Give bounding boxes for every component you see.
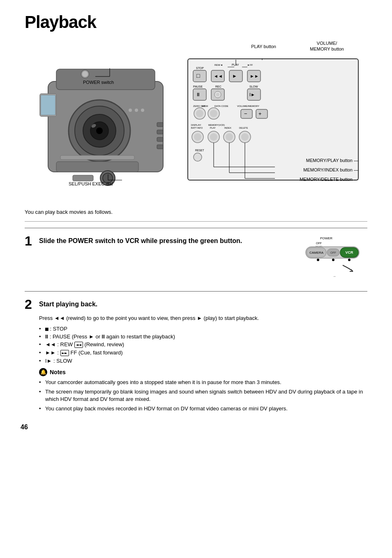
label-memory-index: MEMORY/INDEX button — bbox=[303, 167, 358, 172]
notes-section: 🔔 Notes Your camcorder automatically goe… bbox=[39, 368, 367, 413]
label-memory-play: MEMORY/PLAY button — bbox=[306, 158, 358, 163]
svg-text:OFF: OFF bbox=[316, 242, 322, 245]
svg-text:SLOW: SLOW bbox=[249, 85, 258, 88]
notes-title: Notes bbox=[50, 369, 66, 375]
step-1-section: 1 Slide the POWER switch to VCR while pr… bbox=[25, 228, 367, 287]
step2-title: Start playing back. bbox=[39, 298, 97, 309]
svg-point-70 bbox=[210, 133, 217, 141]
svg-point-74 bbox=[241, 133, 249, 141]
label-volume-memory: VOLUME/MEMORY button bbox=[310, 40, 344, 52]
svg-rect-22 bbox=[157, 137, 163, 141]
svg-point-101 bbox=[348, 259, 350, 261]
svg-rect-19 bbox=[73, 175, 93, 181]
diagram-section: STOP REW◄ PLAY ►FF □ ◄◄ ► ►► PAUSE bbox=[25, 40, 367, 201]
bullet-list: ■ : STOP II : PAUSE (Press ► or II again… bbox=[39, 326, 367, 364]
svg-text:BATT INFO: BATT INFO bbox=[191, 127, 203, 129]
svg-rect-59 bbox=[256, 109, 267, 118]
step-2-section: 2 Start playing back. Press ◄◄ (rewind) … bbox=[25, 291, 367, 421]
svg-point-8 bbox=[96, 127, 103, 134]
svg-point-12 bbox=[129, 109, 132, 112]
svg-point-100 bbox=[332, 259, 334, 261]
svg-point-68 bbox=[194, 133, 201, 141]
svg-text:⏸: ⏸ bbox=[196, 92, 201, 97]
svg-text:DELETE: DELETE bbox=[239, 127, 248, 129]
svg-text:MEM: MEM bbox=[202, 105, 208, 107]
svg-text:VOLUME/MEMORY: VOLUME/MEMORY bbox=[237, 105, 259, 107]
svg-rect-3 bbox=[41, 95, 55, 115]
svg-text:►FF: ►FF bbox=[247, 64, 253, 66]
svg-text:►: ► bbox=[232, 73, 237, 79]
notes-icon: 🔔 bbox=[39, 368, 47, 376]
svg-text:INDEX: INDEX bbox=[224, 127, 231, 129]
step1-header: 1 Slide the POWER switch to VCR while pr… bbox=[25, 234, 242, 248]
power-switch-svg: POWER OFF (CHG) CAMERA OFF VCR bbox=[302, 234, 365, 280]
bullet-slow: I► : SLOW bbox=[39, 358, 367, 364]
svg-text:PAUSE: PAUSE bbox=[193, 85, 203, 88]
note-item-2: The screen may temporarily go blank losi… bbox=[39, 388, 367, 403]
note-item-1: Your camcorder automatically goes into a… bbox=[39, 379, 367, 386]
svg-text:MEMORY(VCR): MEMORY(VCR) bbox=[208, 124, 225, 126]
step2-number: 2 bbox=[25, 298, 35, 311]
label-play-button: PLAY button bbox=[251, 44, 276, 49]
svg-point-72 bbox=[226, 133, 233, 141]
svg-text:−: − bbox=[244, 111, 247, 117]
svg-point-13 bbox=[135, 109, 138, 112]
svg-point-54 bbox=[196, 110, 203, 117]
svg-point-46 bbox=[216, 93, 219, 96]
divider-1 bbox=[25, 221, 367, 222]
label-power-switch: POWER switch bbox=[83, 79, 114, 85]
intro-text: You can play back movies as follows. bbox=[25, 209, 367, 215]
svg-text:REW◄: REW◄ bbox=[214, 64, 223, 66]
svg-rect-23 bbox=[157, 145, 163, 149]
svg-text:RESET: RESET bbox=[195, 149, 204, 152]
step1-content: 1 Slide the POWER switch to VCR while pr… bbox=[25, 234, 242, 251]
svg-point-56 bbox=[210, 110, 217, 117]
svg-text:STOP: STOP bbox=[196, 67, 204, 69]
svg-text:PLAY: PLAY bbox=[232, 63, 239, 66]
step1-title: Slide the POWER switch to VCR while pres… bbox=[39, 234, 242, 245]
step1-layout: 1 Slide the POWER switch to VCR while pr… bbox=[25, 234, 367, 281]
svg-rect-20 bbox=[157, 123, 163, 127]
svg-text:POWER: POWER bbox=[320, 236, 332, 240]
svg-text:◄◄: ◄◄ bbox=[214, 74, 223, 79]
page-title: Playback bbox=[25, 12, 367, 32]
power-switch-diagram: POWER OFF (CHG) CAMERA OFF VCR bbox=[302, 234, 367, 281]
step2-header: 2 Start playing back. bbox=[25, 298, 367, 311]
svg-rect-16 bbox=[60, 155, 134, 160]
bullet-stop: ■ : STOP bbox=[39, 326, 367, 332]
notes-header: 🔔 Notes bbox=[39, 368, 367, 376]
svg-text:VCR: VCR bbox=[345, 250, 353, 255]
svg-text:OFF: OFF bbox=[330, 251, 336, 254]
label-sel-push-exec: SEL/PUSH EXEC dial bbox=[69, 181, 113, 186]
svg-text:PLAY: PLAY bbox=[210, 127, 216, 129]
svg-text:CAMERA: CAMERA bbox=[309, 251, 324, 255]
step2-content: Press ◄◄ (rewind) to go to the point you… bbox=[39, 314, 367, 412]
svg-text:→: → bbox=[332, 274, 336, 278]
svg-rect-21 bbox=[157, 130, 163, 134]
svg-point-99 bbox=[317, 259, 319, 261]
svg-text:►►: ►► bbox=[250, 74, 259, 79]
step1-number: 1 bbox=[25, 234, 35, 248]
page-number: 46 bbox=[21, 424, 28, 431]
svg-text:DISPLAY/: DISPLAY/ bbox=[191, 124, 201, 126]
bullet-pause: II : PAUSE (Press ► or II again to resta… bbox=[39, 333, 367, 340]
svg-point-14 bbox=[141, 109, 144, 112]
svg-text:REC: REC bbox=[215, 85, 221, 88]
bullet-ff: ►► : ►► FF (Cue, fast forward) bbox=[39, 350, 367, 356]
notes-list: Your camcorder automatically goes into a… bbox=[39, 379, 367, 413]
svg-rect-15 bbox=[56, 162, 138, 172]
svg-text:I►: I► bbox=[249, 92, 255, 97]
svg-point-76 bbox=[194, 153, 202, 161]
svg-text:+: + bbox=[258, 111, 262, 117]
svg-text:□: □ bbox=[196, 72, 200, 79]
bullet-rew: ◄◄ : REW ◄◄ (Rewind, review) bbox=[39, 341, 367, 348]
note-item-3: You cannot play back movies recorded in … bbox=[39, 405, 367, 412]
step2-description: Press ◄◄ (rewind) to go to the point you… bbox=[39, 314, 367, 322]
svg-text:DATA CODE: DATA CODE bbox=[214, 105, 228, 107]
svg-point-11 bbox=[82, 71, 88, 77]
diagram-container: STOP REW◄ PLAY ►FF □ ◄◄ ► ►► PAUSE bbox=[28, 40, 364, 201]
label-memory-delete: MEMORY/DELETE button — bbox=[300, 177, 358, 182]
